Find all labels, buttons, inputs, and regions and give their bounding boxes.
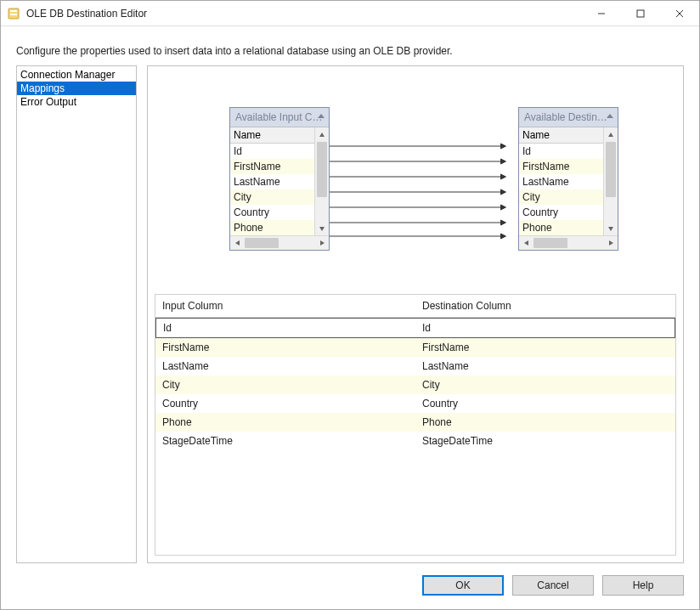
scroll-track[interactable] xyxy=(533,236,603,250)
horizontal-scrollbar[interactable] xyxy=(230,235,329,250)
list-item[interactable]: Country xyxy=(230,205,314,220)
scroll-track[interactable] xyxy=(315,142,329,221)
list-item[interactable]: FirstName xyxy=(230,159,314,174)
nav-item-error-output[interactable]: Error Output xyxy=(17,95,136,109)
column-header-destination[interactable]: Destination Column xyxy=(415,295,675,317)
list-header[interactable]: Name xyxy=(230,127,314,144)
vertical-scrollbar[interactable] xyxy=(314,127,329,235)
maximize-button[interactable] xyxy=(621,1,660,25)
nav-panel: Connection Manager Mappings Error Output xyxy=(16,65,137,563)
cell-destination[interactable]: Country xyxy=(415,394,675,413)
cell-input[interactable]: Id xyxy=(156,319,415,337)
svg-marker-28 xyxy=(609,240,613,246)
list-item[interactable]: LastName xyxy=(519,174,603,189)
svg-marker-14 xyxy=(500,189,505,195)
cell-input[interactable]: FirstName xyxy=(155,338,415,357)
list-item[interactable]: City xyxy=(519,189,603,205)
svg-marker-12 xyxy=(500,174,505,179)
box-header: Available Destinati... xyxy=(519,108,618,127)
app-icon xyxy=(8,7,21,20)
column-header-input[interactable]: Input Column xyxy=(155,295,415,317)
scroll-thumb[interactable] xyxy=(317,142,327,197)
svg-rect-2 xyxy=(10,14,17,15)
box-header: Available Input Co... xyxy=(230,108,329,127)
scroll-up-icon[interactable] xyxy=(604,127,618,142)
ok-button[interactable]: OK xyxy=(422,575,504,596)
scroll-track[interactable] xyxy=(245,236,314,250)
cell-input[interactable]: StageDateTime xyxy=(155,432,415,450)
scroll-track[interactable] xyxy=(604,142,618,221)
scroll-right-icon[interactable] xyxy=(603,236,618,250)
scroll-left-icon[interactable] xyxy=(519,236,533,250)
table-row[interactable]: FirstName FirstName xyxy=(155,338,675,357)
help-button[interactable]: Help xyxy=(602,575,684,596)
list-item[interactable]: Phone xyxy=(230,220,314,235)
svg-marker-18 xyxy=(500,220,505,225)
button-bar: OK Cancel Help xyxy=(1,567,699,609)
table-header-row: Input Column Destination Column xyxy=(155,295,675,318)
content-area: Connection Manager Mappings Error Output xyxy=(1,65,699,567)
svg-marker-25 xyxy=(608,133,613,137)
cell-destination[interactable]: StageDateTime xyxy=(415,432,675,450)
nav-item-connection-manager[interactable]: Connection Manager xyxy=(17,68,136,82)
scroll-up-icon[interactable] xyxy=(315,127,329,142)
vertical-scrollbar[interactable] xyxy=(603,127,618,235)
list-item[interactable]: Country xyxy=(519,205,603,220)
table-row[interactable]: Country Country xyxy=(155,394,675,413)
mapping-table[interactable]: Input Column Destination Column Id Id Fi… xyxy=(155,294,676,556)
dialog-description: Configure the properties used to insert … xyxy=(1,26,699,65)
list-item[interactable]: Phone xyxy=(519,220,603,235)
svg-rect-4 xyxy=(637,10,644,17)
window-title: OLE DB Destination Editor xyxy=(26,8,582,20)
table-row[interactable]: StageDateTime StageDateTime xyxy=(155,432,675,450)
scroll-thumb[interactable] xyxy=(245,238,279,248)
svg-rect-1 xyxy=(10,10,17,12)
list-item[interactable]: Id xyxy=(519,144,603,159)
list-item[interactable]: Id xyxy=(230,144,314,159)
scroll-down-icon[interactable] xyxy=(604,221,618,235)
scroll-down-icon[interactable] xyxy=(315,221,329,235)
available-input-columns-box[interactable]: Available Input Co... Name Id FirstName … xyxy=(229,107,330,251)
list-item[interactable]: LastName xyxy=(230,174,314,189)
svg-marker-20 xyxy=(500,234,505,239)
minimize-button[interactable] xyxy=(582,1,621,25)
table-row[interactable]: Phone Phone xyxy=(155,413,675,432)
scroll-left-icon[interactable] xyxy=(230,236,245,250)
titlebar: OLE DB Destination Editor xyxy=(1,1,699,26)
destination-columns-list[interactable]: Name Id FirstName LastName City Country … xyxy=(519,127,603,235)
svg-marker-23 xyxy=(235,240,240,246)
svg-marker-8 xyxy=(500,144,505,149)
table-row[interactable]: Id Id xyxy=(155,318,675,338)
svg-marker-26 xyxy=(608,227,613,231)
list-item[interactable]: City xyxy=(230,189,314,205)
scroll-thumb[interactable] xyxy=(533,238,567,248)
close-button[interactable] xyxy=(660,1,699,25)
cell-destination[interactable]: Phone xyxy=(415,413,675,432)
table-row[interactable]: LastName LastName xyxy=(155,357,675,376)
cell-destination[interactable]: LastName xyxy=(415,357,675,376)
cell-destination[interactable]: Id xyxy=(415,319,675,337)
cell-destination[interactable]: FirstName xyxy=(415,338,675,357)
input-columns-list[interactable]: Name Id FirstName LastName City Country … xyxy=(230,127,314,235)
nav-item-mappings[interactable]: Mappings xyxy=(17,82,136,95)
cell-input[interactable]: Phone xyxy=(155,413,415,432)
cell-input[interactable]: Country xyxy=(155,394,415,413)
available-destination-columns-box[interactable]: Available Destinati... Name Id FirstName… xyxy=(518,107,618,251)
horizontal-scrollbar[interactable] xyxy=(519,235,618,250)
dialog-window: OLE DB Destination Editor Configure the … xyxy=(0,0,700,610)
cell-destination[interactable]: City xyxy=(415,376,675,394)
list-header[interactable]: Name xyxy=(519,127,603,144)
svg-marker-27 xyxy=(524,240,528,246)
cell-input[interactable]: LastName xyxy=(155,357,415,376)
window-controls xyxy=(582,1,699,25)
svg-marker-24 xyxy=(320,240,325,246)
table-row[interactable]: City City xyxy=(155,376,675,394)
cell-input[interactable]: City xyxy=(155,376,415,394)
cancel-button[interactable]: Cancel xyxy=(512,575,594,596)
scroll-thumb[interactable] xyxy=(606,142,616,197)
scroll-right-icon[interactable] xyxy=(314,236,329,250)
mapping-diagram: Available Input Co... Name Id FirstName … xyxy=(148,66,683,289)
list-item[interactable]: FirstName xyxy=(519,159,603,174)
svg-marker-22 xyxy=(319,227,325,231)
svg-marker-10 xyxy=(500,159,505,164)
